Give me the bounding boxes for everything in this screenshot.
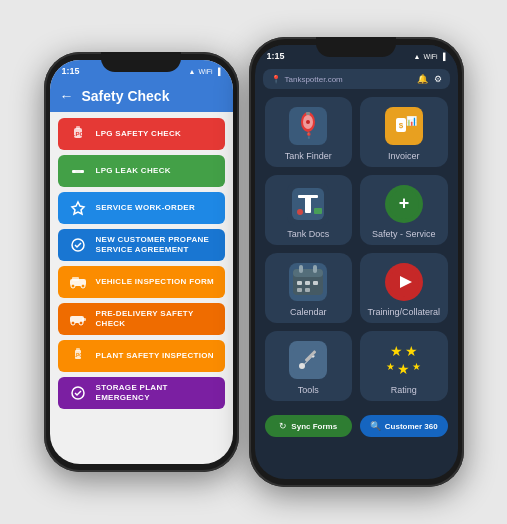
svg-text:📍: 📍 (305, 132, 313, 140)
menu-item-new-customer[interactable]: NEW CUSTOMER PROPANE SERVICE AGREEMENT (58, 229, 225, 261)
svg-point-47 (299, 363, 305, 369)
status-icons-left: ▲ WiFi ▐ (189, 68, 221, 75)
tank-finder-icon-area: 📍 (269, 105, 349, 147)
calendar-icon-area (269, 261, 349, 303)
star-4: ★ (397, 361, 410, 377)
new-customer-label: NEW CUSTOMER PROPANE SERVICE AGREEMENT (96, 235, 215, 254)
svg-rect-8 (72, 277, 79, 281)
svg-text:+: + (398, 193, 409, 213)
url-text: Tankspotter.com (285, 75, 343, 84)
url-bar[interactable]: 📍 Tankspotter.com 🔔 ⚙ (263, 69, 450, 89)
menu-list: LPG LPG SAFETY CHECK LPG LEAK CHECK (50, 112, 233, 415)
svg-point-21 (306, 120, 310, 124)
sync-forms-button[interactable]: ↻ Sync Forms (265, 415, 353, 437)
tools-icon (289, 341, 327, 379)
app-tank-finder[interactable]: 📍 Tank Finder (265, 97, 353, 167)
tank-finder-label: Tank Finder (285, 151, 332, 161)
tank-finder-icon: 📍 (289, 107, 327, 145)
signal-left-icon: ▲ (189, 68, 196, 75)
lpg-safety-label: LPG SAFETY CHECK (96, 129, 182, 139)
service-work-icon (68, 198, 88, 218)
vehicle-label: VEHICLE INSPECTION FORM (96, 277, 214, 287)
sync-icon: ↻ (279, 421, 287, 431)
status-icons-right: ▲ WiFi ▐ (414, 53, 446, 60)
safety-service-label: Safety - Service (372, 229, 436, 239)
star-3: ★ (386, 361, 395, 377)
svg-point-9 (71, 284, 75, 288)
sync-forms-label: Sync Forms (291, 422, 337, 431)
notch-left (101, 52, 181, 72)
header-left: ← Safety Check (50, 82, 233, 112)
app-tools[interactable]: Tools (265, 331, 353, 401)
svg-text:LPG: LPG (71, 131, 84, 137)
calendar-label: Calendar (290, 307, 327, 317)
menu-item-pre-delivery[interactable]: PRE-DELIVERY SAFETY CHECK (58, 303, 225, 335)
notch-right (316, 37, 396, 57)
menu-item-service-work[interactable]: SERVICE WORK-ORDER (58, 192, 225, 224)
wifi-right-icon: WiFi (424, 53, 438, 60)
tank-docs-label: Tank Docs (287, 229, 329, 239)
invoicer-icon: $ 📊 (385, 107, 423, 145)
svg-rect-30 (305, 195, 311, 213)
menu-item-vehicle[interactable]: VEHICLE INSPECTION FORM (58, 266, 225, 298)
url-bar-icons: 🔔 ⚙ (417, 74, 442, 84)
right-phone: 1:15 ▲ WiFi ▐ 📍 Tankspotter.com 🔔 ⚙ (249, 37, 464, 487)
rating-icon-area: ★ ★ ★ ★ ★ (364, 339, 444, 381)
star-1: ★ (390, 343, 403, 359)
wifi-left-icon: WiFi (199, 68, 213, 75)
calendar-icon (289, 263, 327, 301)
svg-rect-39 (297, 281, 302, 285)
app-training-collateral[interactable]: Training/Collateral (360, 253, 448, 323)
pre-delivery-label: PRE-DELIVERY SAFETY CHECK (96, 309, 215, 328)
svg-rect-16 (76, 348, 80, 351)
left-phone: 1:15 ▲ WiFi ▐ ← Safety Check (44, 52, 239, 472)
invoicer-label: Invoicer (388, 151, 420, 161)
svg-text:LPG: LPG (72, 352, 82, 358)
training-collateral-icon (385, 263, 423, 301)
rating-label: Rating (391, 385, 417, 395)
app-rating[interactable]: ★ ★ ★ ★ ★ Rating (360, 331, 448, 401)
customer-360-button[interactable]: 🔍 Customer 360 (360, 415, 448, 437)
rating-icon: ★ ★ ★ ★ ★ (386, 343, 421, 377)
plant-safety-label: PLANT SAFETY INSPECTION (96, 351, 214, 361)
star-5: ★ (412, 361, 421, 377)
battery-right-icon: ▐ (441, 53, 446, 60)
svg-rect-42 (297, 288, 302, 292)
menu-item-storage-plant[interactable]: STORAGE PLANT EMERGENCY (58, 377, 225, 409)
screen-left: 1:15 ▲ WiFi ▐ ← Safety Check (50, 60, 233, 464)
tank-docs-icon (287, 183, 329, 225)
svg-rect-36 (293, 269, 323, 277)
gear-icon[interactable]: ⚙ (434, 74, 442, 84)
app-tank-docs[interactable]: Tank Docs (265, 175, 353, 245)
lpg-leak-icon (68, 161, 88, 181)
training-collateral-icon-area (364, 261, 444, 303)
svg-text:📊: 📊 (405, 115, 417, 127)
back-arrow[interactable]: ← (60, 88, 74, 104)
lpg-leak-label: LPG LEAK CHECK (96, 166, 171, 176)
page-title: Safety Check (82, 88, 170, 104)
bottom-bar: ↻ Sync Forms 🔍 Customer 360 (255, 409, 458, 443)
menu-item-plant-safety[interactable]: LPG PLANT SAFETY INSPECTION (58, 340, 225, 372)
tools-icon-area (269, 339, 349, 381)
svg-point-5 (80, 170, 83, 173)
svg-point-14 (79, 321, 83, 325)
customer-360-label: Customer 360 (385, 422, 438, 431)
battery-left-icon: ▐ (216, 68, 221, 75)
svg-rect-41 (313, 281, 318, 285)
signal-right-icon: ▲ (414, 53, 421, 60)
safety-service-icon-area: + (364, 183, 444, 225)
app-grid: 📍 Tank Finder $ � (255, 93, 458, 405)
bell-icon[interactable]: 🔔 (417, 74, 428, 84)
time-right: 1:15 (267, 51, 285, 61)
new-customer-icon (68, 235, 88, 255)
storage-plant-label: STORAGE PLANT EMERGENCY (96, 383, 215, 402)
training-collateral-label: Training/Collateral (367, 307, 440, 317)
menu-item-lpg-safety[interactable]: LPG LPG SAFETY CHECK (58, 118, 225, 150)
app-calendar[interactable]: Calendar (265, 253, 353, 323)
app-safety-service[interactable]: + Safety - Service (360, 175, 448, 245)
svg-point-4 (72, 170, 75, 173)
menu-item-lpg-leak[interactable]: LPG LEAK CHECK (58, 155, 225, 187)
svg-rect-32 (314, 208, 322, 214)
app-invoicer[interactable]: $ 📊 Invoicer (360, 97, 448, 167)
svg-rect-22 (306, 112, 310, 115)
